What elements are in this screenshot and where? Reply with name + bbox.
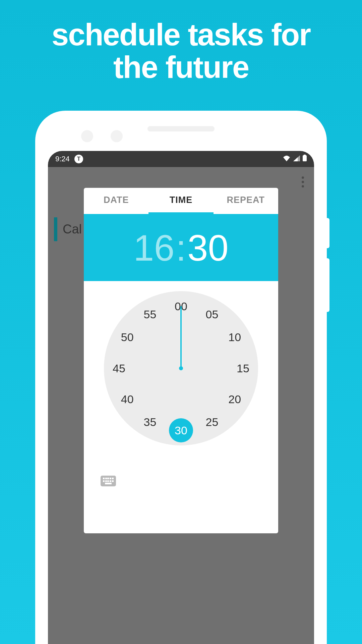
tab-date[interactable]: DATE: [84, 188, 148, 214]
schedule-dialog: DATE TIME REPEAT 16 : 30 000510152025303…: [84, 188, 278, 533]
clock-number[interactable]: 25: [202, 415, 222, 429]
clock-number[interactable]: 45: [109, 361, 129, 376]
clock-face[interactable]: 00051015202530354045505530: [104, 291, 258, 445]
time-colon: :: [176, 226, 186, 269]
hero-line-1: schedule tasks for: [52, 17, 310, 52]
overflow-menu-icon[interactable]: [302, 176, 304, 187]
clock-number[interactable]: 40: [117, 392, 137, 407]
phone-side-button: [327, 218, 329, 248]
hero-headline: schedule tasks for the future: [0, 0, 362, 83]
task-title-preview: Cal: [63, 222, 82, 236]
status-time: 9:24: [55, 155, 70, 163]
clock-number[interactable]: 50: [117, 330, 137, 345]
hero-line-2: the future: [113, 50, 249, 84]
phone-screen: 9:24 T Cal: [48, 151, 314, 644]
phone-frame: 9:24 T Cal: [35, 111, 327, 644]
task-list-item: Cal: [54, 217, 87, 241]
clock-number[interactable]: 55: [140, 307, 160, 322]
tab-repeat[interactable]: REPEAT: [214, 188, 278, 214]
camera-dot: [111, 130, 123, 142]
app-background-scrim: Cal DATE TIME REPEAT 16 : 30 00051015202…: [48, 167, 314, 644]
clock-number[interactable]: 35: [140, 415, 160, 429]
dialog-tabs: DATE TIME REPEAT: [84, 188, 278, 214]
clock-number[interactable]: 20: [225, 392, 245, 407]
clock-number[interactable]: 15: [233, 361, 253, 376]
tab-time[interactable]: TIME: [148, 188, 213, 214]
clock-area: 00051015202530354045505530: [84, 281, 278, 452]
camera-dot: [81, 130, 93, 142]
time-hour[interactable]: 16: [133, 226, 174, 269]
phone-side-button: [327, 258, 329, 312]
wifi-icon: [283, 155, 291, 163]
signal-icon: [293, 155, 300, 163]
status-app-badge: T: [74, 155, 83, 163]
clock-selected-marker[interactable]: 30: [169, 418, 193, 442]
clock-number[interactable]: 10: [225, 330, 245, 345]
svg-rect-0: [304, 155, 306, 155]
svg-rect-1: [303, 155, 307, 161]
time-minute[interactable]: 30: [187, 226, 228, 269]
clock-hand[interactable]: [180, 306, 182, 368]
battery-icon: [303, 155, 307, 163]
speaker-grille: [147, 126, 215, 131]
clock-number[interactable]: 05: [202, 307, 222, 322]
status-bar: 9:24 T: [48, 151, 314, 167]
time-display: 16 : 30: [84, 214, 278, 281]
keyboard-input-icon[interactable]: [101, 476, 116, 486]
